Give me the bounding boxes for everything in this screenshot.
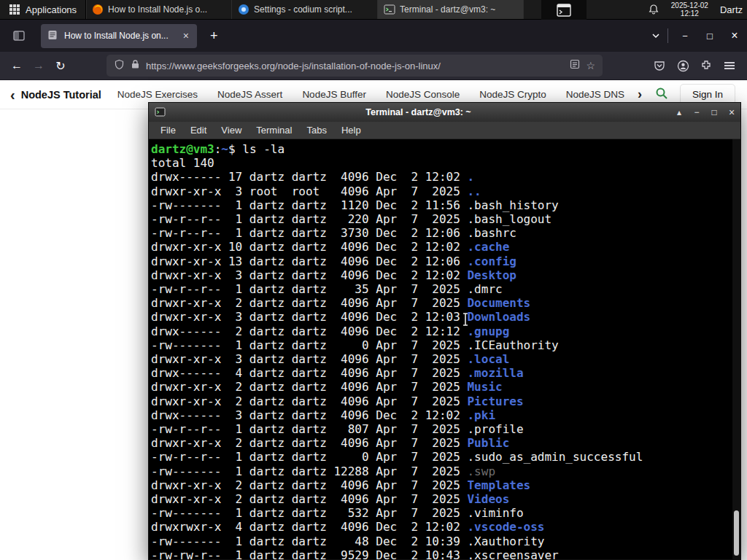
applications-menu-button[interactable]: Applications — [0, 0, 85, 19]
terminal-scrollbar[interactable] — [732, 139, 740, 559]
terminal-line: -rw------- 1 dartz dartz 1120 Dec 2 11:5… — [151, 198, 732, 212]
terminal-line: -rw------- 1 dartz dartz 532 Apr 7 2025 … — [151, 506, 732, 520]
terminal-shade-button[interactable]: ▴ — [670, 107, 688, 117]
terminal-line: -rw-r--r-- 1 dartz dartz 35 Apr 7 2025 .… — [151, 282, 732, 296]
browser-tab-bar: How to Install Node.js on... × + − □ × — [0, 20, 747, 52]
back-button[interactable]: ← — [6, 55, 28, 77]
site-nav-links: NodeJS Exercises NodeJS Assert NodeJS Bu… — [117, 89, 632, 100]
browser-tab-active[interactable]: How to Install Node.js on... × — [41, 24, 197, 48]
terminal-titlebar[interactable]: Terminal - dartz@vm3: ~ ▴ − □ × — [149, 103, 740, 122]
firefox-icon — [92, 4, 104, 15]
extensions-icon[interactable] — [694, 55, 718, 77]
hamburger-lines — [724, 60, 735, 71]
nav-link[interactable]: NodeJS Console — [386, 89, 460, 100]
menu-help[interactable]: Help — [334, 125, 368, 136]
nav-link[interactable]: NodeJS DNS — [566, 89, 624, 100]
terminal-line: -rw------- 1 dartz dartz 0 Apr 7 2025 .I… — [151, 338, 732, 352]
reload-button[interactable]: ↻ — [50, 55, 71, 77]
panel-clock[interactable]: 2025-12-02 12:12 — [671, 1, 708, 18]
terminal-line: drwxr-xr-x 2 dartz dartz 4096 Apr 7 2025… — [151, 296, 732, 310]
terminal-output: dartz@vm3:~$ ls -latotal 140drwx------ 1… — [151, 142, 732, 559]
terminal-line: drwxr-xr-x 3 dartz dartz 4096 Apr 7 2025… — [151, 352, 732, 366]
bookmark-star-icon[interactable]: ☆ — [586, 60, 595, 71]
terminal-scrollbar-thumb[interactable] — [734, 510, 739, 556]
tray-terminal-icon[interactable] — [556, 2, 572, 18]
clock-date: 2025-12-02 — [671, 1, 708, 9]
forward-button[interactable]: → — [28, 55, 50, 77]
terminal-line: drwxrwxr-x 4 dartz dartz 4096 Dec 2 12:0… — [151, 520, 732, 534]
menu-file[interactable]: File — [153, 125, 183, 136]
new-tab-button[interactable]: + — [204, 27, 224, 45]
menu-hamburger-icon[interactable] — [718, 55, 741, 77]
terminal-line: total 140 — [151, 156, 732, 170]
terminal-window: Terminal - dartz@vm3: ~ ▴ − □ × File Edi… — [148, 102, 741, 560]
notification-bell-icon[interactable] — [648, 4, 659, 15]
tracking-shield-icon[interactable] — [114, 59, 125, 73]
terminal-line: drwxr-xr-x 3 root root 4096 Apr 7 2025 .… — [151, 184, 732, 198]
list-all-tabs-button[interactable] — [644, 28, 668, 43]
terminal-line: -rw------- 1 dartz dartz 48 Dec 2 10:39 … — [151, 534, 732, 548]
tab-favicon — [47, 30, 59, 42]
url-bar[interactable]: https://www.geeksforgeeks.org/node-js/in… — [107, 55, 603, 77]
terminal-line: drwx------ 3 dartz dartz 4096 Dec 2 12:0… — [151, 408, 732, 422]
terminal-line: -rw-rw-r-- 1 dartz dartz 9529 Dec 2 10:4… — [151, 548, 732, 559]
terminal-window-icon — [155, 106, 166, 118]
applications-label: Applications — [26, 4, 77, 15]
taskbar-item-title: Terminal - dartz@vm3: ~ — [400, 4, 495, 15]
taskbar-item-firefox[interactable]: How to Install Node.js o... — [86, 0, 232, 19]
user-label: Dartz — [720, 4, 743, 15]
settings-icon — [238, 4, 249, 15]
window-maximize-button[interactable]: □ — [697, 25, 722, 47]
menu-terminal[interactable]: Terminal — [249, 125, 299, 136]
terminal-body[interactable]: dartz@vm3:~$ ls -latotal 140drwx------ 1… — [149, 139, 740, 559]
padlock-icon[interactable] — [131, 59, 140, 72]
applications-grid-icon — [9, 4, 20, 15]
url-text[interactable]: https://www.geeksforgeeks.org/node-js/in… — [146, 61, 564, 71]
terminal-line: dartz@vm3:~$ ls -la — [151, 142, 732, 156]
browser-toolbar: ← → ↻ https://www.geeksforgeeks.org/node… — [0, 52, 747, 80]
menu-edit[interactable]: Edit — [183, 125, 214, 136]
nav-link[interactable]: NodeJS Crypto — [479, 89, 546, 100]
nav-scroll-right-icon[interactable]: › — [632, 87, 648, 102]
screen: Applications How to Install Node.js o...… — [0, 0, 747, 560]
terminal-menubar: File Edit View Terminal Tabs Help — [149, 122, 740, 139]
panel-right-cluster: 2025-12-02 12:12 Dartz — [648, 1, 747, 18]
terminal-line: -rw------- 1 dartz dartz 12288 Apr 7 202… — [151, 464, 732, 478]
taskbar-item-title: How to Install Node.js o... — [108, 4, 207, 15]
terminal-line: drwxr-xr-x 3 dartz dartz 4096 Dec 2 12:0… — [151, 310, 732, 324]
menu-view[interactable]: View — [214, 125, 249, 136]
window-minimize-button[interactable]: − — [673, 25, 697, 47]
terminal-line: drwxr-xr-x 2 dartz dartz 4096 Apr 7 2025… — [151, 492, 732, 506]
window-close-button[interactable]: × — [722, 25, 747, 47]
terminal-title: Terminal - dartz@vm3: ~ — [166, 107, 670, 117]
terminal-line: drwxr-xr-x 13 dartz dartz 4096 Dec 2 12:… — [151, 254, 732, 268]
terminal-minimize-button[interactable]: − — [688, 107, 705, 117]
terminal-maximize-button[interactable]: □ — [705, 107, 723, 117]
menu-tabs[interactable]: Tabs — [299, 125, 333, 136]
terminal-line: -rw-r--r-- 1 dartz dartz 807 Apr 7 2025 … — [151, 422, 732, 436]
account-icon[interactable] — [671, 55, 694, 77]
firefox-view-button[interactable] — [9, 26, 29, 46]
tab-close-icon[interactable]: × — [182, 30, 190, 42]
nav-link[interactable]: NodeJS Exercises — [117, 89, 198, 100]
taskbar-item-title: Settings - codium script... — [254, 4, 352, 15]
terminal-line: drwxr-xr-x 2 dartz dartz 4096 Apr 7 2025… — [151, 478, 732, 492]
taskbar-item-settings[interactable]: Settings - codium script... — [232, 0, 378, 19]
desktop-panel: Applications How to Install Node.js o...… — [0, 0, 747, 20]
nav-link[interactable]: NodeJS Assert — [217, 89, 282, 100]
reader-mode-icon[interactable] — [570, 59, 580, 72]
terminal-line: drwx------ 4 dartz dartz 4096 Apr 7 2025… — [151, 366, 732, 380]
taskbar-item-terminal[interactable]: Terminal - dartz@vm3: ~ — [378, 0, 524, 19]
terminal-line: drwxr-xr-x 2 dartz dartz 4096 Apr 7 2025… — [151, 380, 732, 394]
terminal-line: drwxr-xr-x 3 dartz dartz 4096 Dec 2 12:0… — [151, 268, 732, 282]
terminal-line: -rw-r--r-- 1 dartz dartz 0 Apr 7 2025 .s… — [151, 450, 732, 464]
terminal-icon — [384, 4, 395, 15]
nav-scroll-left-icon[interactable]: ‹ — [0, 88, 21, 102]
search-icon[interactable] — [655, 87, 668, 103]
nav-primary-link[interactable]: NodeJS Tutorial — [21, 89, 101, 101]
pocket-icon[interactable] — [648, 55, 671, 77]
terminal-close-button[interactable]: × — [723, 106, 740, 118]
terminal-line: -rw-r--r-- 1 dartz dartz 3730 Dec 2 12:0… — [151, 226, 732, 240]
nav-link[interactable]: NodeJS Buffer — [302, 89, 366, 100]
terminal-line: drwxr-xr-x 2 dartz dartz 4096 Apr 7 2025… — [151, 394, 732, 408]
